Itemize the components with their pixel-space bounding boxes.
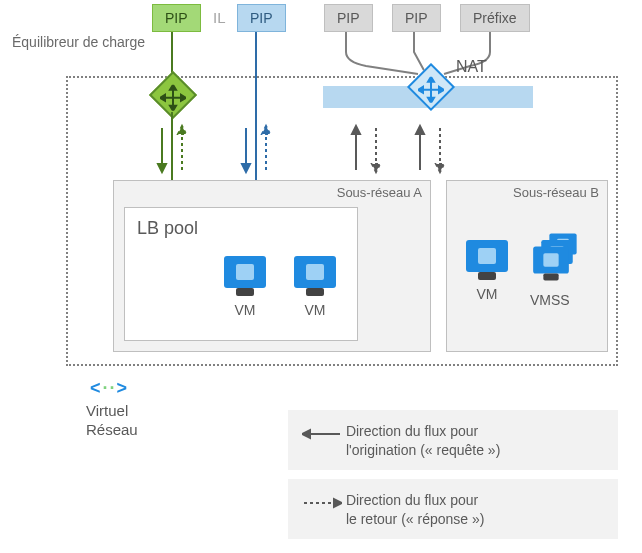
virtual-network-caption: Virtuel Réseau [86,402,138,440]
vmss-icon: VMSS [530,228,590,308]
subnet-b-label: Sous-réseau B [513,185,599,200]
vnet-line1: Virtuel [86,402,138,421]
subnet-a-label: Sous-réseau A [337,185,422,200]
vm-label: VM [462,286,512,302]
vm-label: VM [220,302,270,318]
vm-label: VM [290,302,340,318]
vm-icon: VM [220,256,270,318]
legend-response-line2: le retour (« réponse ») [346,511,485,527]
vmss-label: VMSS [530,292,590,308]
legend-response: Direction du flux pour le retour (« répo… [288,479,618,539]
vm-icon: VM [290,256,340,318]
svg-marker-33 [302,430,310,438]
legend-response-line1: Direction du flux pour [346,492,478,508]
virtual-network-icon: <··> [90,378,129,399]
solid-arrow-icon [302,426,342,445]
lb-pool-label: LB pool [137,218,198,239]
legend-request-line1: Direction du flux pour [346,423,478,439]
legend-request: Direction du flux pour l'origination (« … [288,410,618,470]
svg-marker-35 [334,499,342,507]
vnet-line2: Réseau [86,421,138,440]
legend-request-line2: l'origination (« requête ») [346,442,500,458]
dotted-arrow-icon [302,495,342,514]
vm-icon: VM [462,240,512,302]
